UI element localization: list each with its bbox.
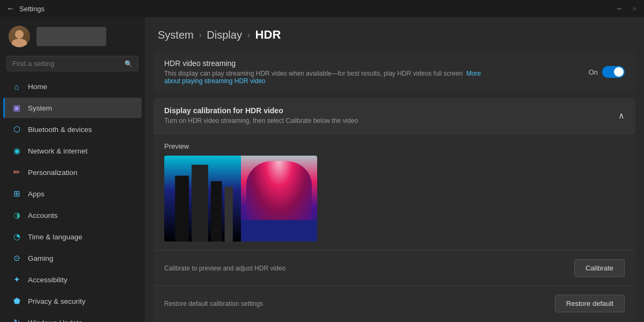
- breadcrumb-current: HDR: [255, 28, 281, 42]
- preview-section: Preview: [153, 134, 635, 251]
- sidebar-label-accounts: Accounts: [28, 211, 58, 219]
- sidebar-label-time: Time & language: [28, 233, 83, 241]
- preview-label: Preview: [164, 142, 625, 150]
- restore-default-button[interactable]: Restore default: [555, 295, 625, 312]
- breadcrumb-sep1: ›: [199, 31, 202, 39]
- sidebar-item-bluetooth[interactable]: ⬡ Bluetooth & devices: [3, 119, 142, 140]
- hdr-streaming-card: HDR video streaming This display can pla…: [153, 50, 635, 93]
- sidebar-item-gaming[interactable]: ⊙ Gaming: [3, 248, 142, 268]
- sidebar-item-update[interactable]: ↻ Windows Update: [3, 312, 142, 322]
- content-area: System › Display › HDR HDR video streami…: [145, 17, 644, 322]
- hdr-streaming-desc: This display can play streaming HDR vide…: [164, 70, 486, 85]
- sidebar-label-home: Home: [28, 83, 47, 91]
- avatar: [9, 26, 30, 47]
- calibrate-info: Calibrate to preview and adjust HDR vide…: [164, 265, 286, 272]
- hdr-streaming-row: HDR video streaming This display can pla…: [153, 50, 635, 93]
- breadcrumb-display[interactable]: Display: [207, 29, 242, 41]
- system-icon: ▣: [12, 103, 21, 113]
- app-title: Settings: [19, 5, 45, 13]
- search-input[interactable]: [12, 60, 120, 68]
- restore-info: Restore default calibration settings: [164, 300, 263, 308]
- sidebar-item-system[interactable]: ▣ System: [3, 98, 142, 118]
- sidebar-label-network: Network & internet: [28, 147, 87, 155]
- search-box[interactable]: 🔍: [6, 56, 138, 71]
- sidebar-item-network[interactable]: ◉ Network & internet: [3, 141, 142, 161]
- breadcrumb-sep2: ›: [247, 31, 250, 39]
- personalization-icon: ✏: [12, 167, 21, 177]
- accessibility-icon: ✦: [12, 275, 21, 284]
- user-section: [0, 21, 145, 56]
- calibration-desc: Turn on HDR video streaming, then select…: [164, 117, 358, 125]
- bluetooth-icon: ⬡: [12, 125, 21, 134]
- calibration-card: Display calibration for HDR video Turn o…: [153, 98, 635, 321]
- sidebar-label-personalization: Personalization: [28, 169, 77, 177]
- titlebar-controls: ─ ○: [616, 5, 638, 12]
- sidebar-item-home[interactable]: ⌂ Home: [3, 76, 142, 97]
- hdr-streaming-toggle[interactable]: [602, 66, 625, 78]
- sidebar-item-privacy[interactable]: ⬟ Privacy & security: [3, 291, 142, 311]
- sidebar-label-bluetooth: Bluetooth & devices: [28, 126, 92, 134]
- collapse-icon[interactable]: ∧: [618, 111, 625, 121]
- calibration-header-text: Display calibration for HDR video Turn o…: [164, 106, 358, 125]
- hdr-streaming-toggle-container: On: [589, 66, 625, 78]
- main-layout: 🔍 ⌂ Home ▣ System ⬡ Bluetooth & devices …: [0, 17, 644, 322]
- restore-label: Restore default calibration settings: [164, 300, 263, 308]
- calibrate-label: Calibrate to preview and adjust HDR vide…: [164, 265, 286, 272]
- titlebar-left: ← Settings: [6, 4, 45, 13]
- maximize-button[interactable]: ○: [631, 5, 638, 12]
- back-button[interactable]: ←: [6, 4, 15, 13]
- hdr-streaming-info: HDR video streaming This display can pla…: [164, 59, 486, 85]
- sidebar-item-time[interactable]: ◔ Time & language: [3, 226, 142, 247]
- update-icon: ↻: [12, 318, 21, 322]
- breadcrumb: System › Display › HDR: [145, 17, 644, 50]
- sidebar-label-gaming: Gaming: [28, 254, 53, 262]
- apps-icon: ⊞: [12, 189, 21, 199]
- sidebar-item-apps[interactable]: ⊞ Apps: [3, 184, 142, 204]
- sidebar: 🔍 ⌂ Home ▣ System ⬡ Bluetooth & devices …: [0, 17, 145, 322]
- breadcrumb-system[interactable]: System: [158, 29, 194, 41]
- calibrate-button[interactable]: Calibrate: [574, 259, 625, 277]
- gaming-icon: ⊙: [12, 253, 21, 263]
- sidebar-label-apps: Apps: [28, 190, 45, 198]
- sidebar-label-system: System: [28, 104, 52, 112]
- preview-left-panel: [164, 156, 241, 241]
- privacy-icon: ⬟: [12, 296, 21, 306]
- calibrate-row: Calibrate to preview and adjust HDR vide…: [153, 251, 635, 286]
- sidebar-item-accounts[interactable]: ◑ Accounts: [3, 205, 142, 225]
- network-icon: ◉: [12, 146, 21, 156]
- sidebar-label-accessibility: Accessibility: [28, 276, 68, 284]
- preview-right-panel: [241, 156, 318, 241]
- sidebar-label-update: Windows Update: [28, 319, 83, 323]
- accounts-icon: ◑: [12, 210, 21, 220]
- time-icon: ◔: [12, 232, 21, 241]
- restore-row: Restore default calibration settings Res…: [153, 286, 635, 321]
- user-name-block: [36, 27, 106, 46]
- hdr-streaming-title: HDR video streaming: [164, 59, 486, 68]
- sidebar-label-privacy: Privacy & security: [28, 297, 85, 305]
- avatar-image: [9, 26, 30, 47]
- titlebar: ← Settings ─ ○: [0, 0, 644, 17]
- calibration-header[interactable]: Display calibration for HDR video Turn o…: [153, 98, 635, 134]
- preview-image: [164, 156, 317, 241]
- calibration-title: Display calibration for HDR video: [164, 106, 358, 115]
- search-icon: 🔍: [125, 60, 133, 68]
- home-icon: ⌂: [12, 82, 21, 91]
- minimize-button[interactable]: ─: [616, 5, 623, 12]
- sidebar-item-personalization[interactable]: ✏ Personalization: [3, 162, 142, 182]
- sidebar-item-accessibility[interactable]: ✦ Accessibility: [3, 269, 142, 290]
- toggle-on-label: On: [589, 68, 598, 76]
